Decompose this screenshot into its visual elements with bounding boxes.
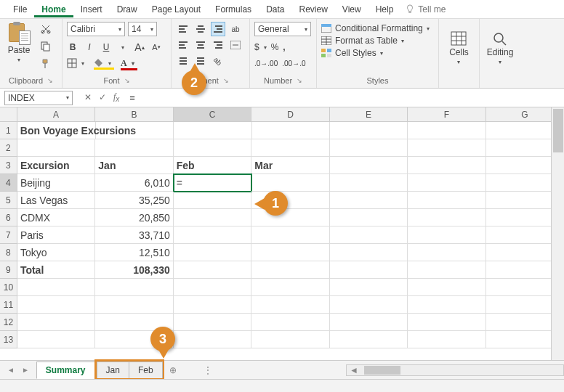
- cell-E1[interactable]: [330, 122, 408, 139]
- align-bottom-button[interactable]: [211, 22, 225, 36]
- currency-button[interactable]: $: [254, 42, 259, 52]
- menu-view[interactable]: View: [335, 1, 368, 17]
- cell-F11[interactable]: [408, 296, 486, 314]
- cell-D8[interactable]: [251, 244, 329, 261]
- cell-A5[interactable]: Las Vegas: [17, 192, 95, 209]
- row-header-1[interactable]: 1: [0, 122, 17, 139]
- border-button[interactable]: ▾: [67, 58, 89, 68]
- cell-B10[interactable]: [95, 279, 173, 296]
- menu-home[interactable]: Home: [34, 1, 73, 17]
- cells-button[interactable]: Cells ▾: [449, 31, 469, 65]
- cell-B2[interactable]: [95, 139, 173, 157]
- font-color-button[interactable]: A▾: [121, 58, 139, 69]
- tell-me[interactable]: Tell me: [405, 4, 446, 15]
- cell-B6[interactable]: 20,850: [95, 209, 173, 226]
- cell-B8[interactable]: 12,510: [95, 244, 173, 261]
- menu-review[interactable]: Review: [291, 1, 334, 17]
- cell-F4[interactable]: [408, 174, 486, 192]
- new-sheet-button[interactable]: ⊕: [164, 365, 182, 375]
- cell-E4[interactable]: [330, 174, 408, 192]
- grow-font-button[interactable]: A▴: [134, 41, 145, 53]
- cell-D3[interactable]: Mar: [251, 157, 329, 174]
- row-header-7[interactable]: 7: [0, 226, 17, 244]
- cell-F6[interactable]: [408, 209, 486, 226]
- row-header-13[interactable]: 13: [0, 331, 17, 348]
- cell-D10[interactable]: [251, 279, 329, 296]
- cell-C1[interactable]: [174, 122, 251, 139]
- cell-A13[interactable]: [17, 331, 95, 348]
- cell-C10[interactable]: [174, 279, 251, 296]
- cell-D11[interactable]: [251, 296, 329, 314]
- cell-C8[interactable]: [174, 244, 251, 261]
- menu-file[interactable]: File: [6, 1, 34, 17]
- shrink-font-button[interactable]: A▾: [150, 43, 162, 52]
- merge-button[interactable]: [228, 38, 243, 52]
- menu-insert[interactable]: Insert: [73, 1, 110, 17]
- increase-decimal-button[interactable]: .0→.00: [254, 60, 278, 68]
- cell-D12[interactable]: [251, 314, 329, 331]
- cell-C13[interactable]: [174, 331, 251, 348]
- menu-draw[interactable]: Draw: [110, 1, 145, 17]
- name-box[interactable]: INDEX▾: [4, 91, 73, 105]
- dialog-launcher-icon[interactable]: ↘: [223, 77, 229, 84]
- row-header-8[interactable]: 8: [0, 244, 17, 261]
- fx-button[interactable]: fx: [113, 91, 119, 103]
- cell-F7[interactable]: [408, 226, 486, 244]
- menu-page-layout[interactable]: Page Layout: [145, 1, 208, 17]
- font-name-combo[interactable]: Calibri▾: [67, 22, 125, 36]
- cell-F1[interactable]: [408, 122, 486, 139]
- cell-E11[interactable]: [330, 296, 408, 314]
- cell-C9[interactable]: [174, 261, 251, 279]
- format-painter-button[interactable]: [38, 57, 54, 71]
- enter-formula-button[interactable]: ✓: [99, 92, 106, 102]
- col-header-D[interactable]: D: [251, 107, 329, 121]
- cell-E7[interactable]: [330, 226, 408, 244]
- font-size-combo[interactable]: 14▾: [128, 22, 157, 36]
- col-header-C[interactable]: C: [174, 107, 251, 121]
- fill-color-button[interactable]: ▾: [94, 58, 116, 68]
- number-format-combo[interactable]: General▾: [254, 22, 311, 36]
- cell-C12[interactable]: [174, 314, 251, 331]
- cell-E8[interactable]: [330, 244, 408, 261]
- cell-C7[interactable]: [174, 226, 251, 244]
- cell-D6[interactable]: [251, 209, 329, 226]
- cut-button[interactable]: [38, 22, 54, 36]
- cell-styles-button[interactable]: Cell Styles▾: [321, 48, 434, 58]
- decrease-decimal-button[interactable]: .00→.0: [282, 60, 305, 68]
- align-middle-button[interactable]: [193, 22, 208, 36]
- cell-A11[interactable]: [17, 296, 95, 314]
- row-header-4[interactable]: 4: [0, 174, 17, 192]
- cell-D1[interactable]: [252, 122, 330, 139]
- tab-jan[interactable]: Jan: [97, 362, 129, 378]
- cell-E13[interactable]: [330, 331, 408, 348]
- format-as-table-button[interactable]: Format as Table▾: [321, 36, 434, 46]
- cell-A6[interactable]: CDMX: [17, 209, 95, 226]
- cell-A1[interactable]: Bon Voyage Excursions: [17, 122, 96, 139]
- cancel-formula-button[interactable]: ✕: [84, 92, 92, 102]
- tab-feb[interactable]: Feb: [129, 362, 163, 378]
- cell-B4[interactable]: 6,010: [95, 174, 173, 192]
- row-header-3[interactable]: 3: [0, 157, 17, 174]
- cell-F10[interactable]: [408, 279, 486, 296]
- cell-F12[interactable]: [408, 314, 486, 331]
- col-header-F[interactable]: F: [408, 107, 486, 121]
- cell-F9[interactable]: [408, 261, 486, 279]
- cell-C2[interactable]: [174, 139, 251, 157]
- cell-B3[interactable]: Jan: [95, 157, 173, 174]
- cell-F8[interactable]: [408, 244, 486, 261]
- cell-D13[interactable]: [251, 331, 329, 348]
- vertical-scrollbar[interactable]: [551, 107, 564, 360]
- cell-A4[interactable]: Beijing: [17, 174, 95, 192]
- cell-B5[interactable]: 35,250: [95, 192, 173, 209]
- cell-F5[interactable]: [408, 192, 486, 209]
- cell-E2[interactable]: [330, 139, 408, 157]
- decrease-indent-button[interactable]: [176, 54, 190, 68]
- menu-data[interactable]: Data: [259, 1, 291, 17]
- menu-help[interactable]: Help: [368, 1, 401, 17]
- wrap-text-button[interactable]: ab: [228, 22, 243, 36]
- cell-B7[interactable]: 33,710: [95, 226, 173, 244]
- cell-E3[interactable]: [330, 157, 408, 174]
- orientation-button[interactable]: ab: [211, 54, 225, 68]
- tab-summary[interactable]: Summary: [36, 362, 95, 379]
- col-header-A[interactable]: A: [17, 107, 95, 121]
